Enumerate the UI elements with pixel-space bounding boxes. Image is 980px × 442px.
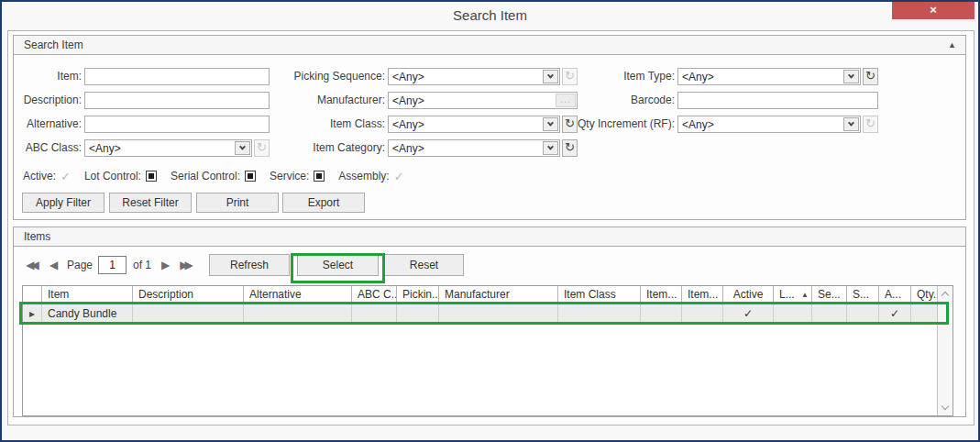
cell-se (812, 304, 847, 324)
field-qty-increment-rf-label: Qty Increment (RF): (571, 116, 675, 133)
content-panel: Search Item ▲ Item:Description:Alternati… (7, 30, 974, 425)
first-page-button[interactable]: ◀◀ (22, 259, 43, 271)
column-header-label: Se... (818, 287, 841, 303)
table-row[interactable]: ▸Candy Bundle✓✓ (23, 304, 952, 325)
checkmark-icon: ✓ (61, 171, 71, 182)
filter-checkbox-row: Active:✓Lot Control:Serial Control:Servi… (23, 170, 404, 182)
select-button[interactable]: Select (297, 254, 379, 276)
column-header-s[interactable]: S... (847, 286, 879, 303)
page-number-input[interactable] (98, 256, 127, 274)
column-header-l[interactable]: L...▲ (774, 286, 812, 303)
column-header-alternative[interactable]: Alternative (244, 286, 352, 303)
chevron-down-icon[interactable] (235, 141, 250, 155)
table-header-row: ItemDescriptionAlternativeABC C...Pickin… (23, 286, 952, 304)
chevron-down-icon[interactable] (843, 117, 859, 131)
vertical-scrollbar[interactable] (937, 286, 952, 415)
field-picking-sequence-combobox[interactable]: <Any> (388, 68, 560, 85)
field-alternative-input[interactable] (84, 116, 270, 133)
scroll-down-icon[interactable] (941, 403, 949, 410)
refresh-icon[interactable]: ↻ (863, 68, 878, 85)
cell-item (641, 304, 682, 324)
next-page-button[interactable]: ▶ (155, 259, 176, 271)
refresh-icon[interactable]: ↻ (562, 139, 578, 157)
chevron-down-icon[interactable] (543, 117, 558, 131)
chevron-down-icon[interactable] (543, 70, 558, 83)
collapse-icon[interactable]: ▲ (948, 36, 956, 55)
field-item-label: Item: (16, 68, 82, 85)
search-group-body: Item:Description:Alternative:ABC Class:<… (14, 55, 965, 218)
items-group-title: Items (24, 230, 50, 243)
column-header-se[interactable]: Se... (812, 286, 847, 303)
field-picking-sequence-label: Picking Sequence: (284, 68, 385, 85)
cell-alternative (244, 304, 352, 324)
column-header-label: ABC C... (358, 287, 397, 303)
field-item-category-combobox[interactable]: <Any> (388, 139, 560, 157)
field-item-class-label: Item Class: (284, 116, 385, 133)
indeterminate-checkbox-icon[interactable] (245, 171, 256, 182)
close-icon: × (930, 3, 937, 17)
cell-active: ✓ (723, 304, 774, 324)
field-item-type-combobox[interactable]: <Any> (677, 68, 861, 85)
column-header-manufacturer[interactable]: Manufacturer (439, 286, 558, 303)
refresh-icon: ↻ (863, 116, 878, 133)
chevron-down-icon[interactable] (843, 70, 859, 83)
search-filter-group: Search Item ▲ Item:Description:Alternati… (13, 35, 966, 220)
field-description-input[interactable] (84, 92, 270, 109)
column-header-item[interactable]: Item... (641, 286, 682, 303)
reset-button[interactable]: Reset (384, 254, 464, 276)
indeterminate-checkbox-icon[interactable] (314, 171, 325, 182)
items-table: ItemDescriptionAlternativeABC C...Pickin… (22, 285, 953, 416)
indeterminate-checkbox-icon[interactable] (146, 171, 157, 182)
field-abc-class: <Any>↻ (84, 139, 270, 157)
last-page-button[interactable]: ▶▶ (176, 259, 197, 271)
column-header-pickin[interactable]: Pickin... (397, 286, 439, 303)
field-item-type-label: Item Type: (571, 68, 675, 85)
search-item-window: Search Item × Search Item ▲ Item:Descrip… (0, 0, 980, 442)
field-qty-increment-rf-combobox[interactable]: <Any> (677, 116, 861, 133)
page-count-label: of 1 (133, 259, 151, 271)
cell-manufacturer (439, 304, 558, 324)
column-header-item[interactable]: Item (42, 286, 133, 303)
field-picking-sequence: <Any>↻ (388, 68, 578, 85)
column-header-row-selector[interactable] (23, 286, 42, 303)
previous-page-button[interactable]: ◀ (43, 259, 64, 271)
items-group-body: ◀◀ ◀ Page of 1 ▶ ▶▶ Refresh Select Reset (14, 247, 965, 415)
cell-item-class (558, 304, 641, 324)
field-manufacturer-input[interactable]: <Any>... (388, 92, 578, 109)
column-header-label: Item... (646, 287, 677, 303)
checkbox-active-label: Active: (23, 170, 56, 182)
field-item-class: <Any>↻ (388, 116, 578, 133)
items-group-header: Items (14, 227, 965, 247)
export-button[interactable]: Export (282, 193, 365, 213)
refresh-button[interactable]: Refresh (209, 254, 290, 276)
close-button[interactable]: × (892, 2, 974, 19)
reset-filter-button[interactable]: Reset Filter (109, 193, 192, 213)
chevron-down-icon[interactable] (543, 141, 558, 155)
column-header-abc-c[interactable]: ABC C... (352, 286, 397, 303)
column-header-a[interactable]: A... (879, 286, 911, 303)
field-item-input[interactable] (84, 68, 270, 85)
scroll-up-icon[interactable] (941, 292, 949, 299)
checkbox-serial-control-label: Serial Control: (171, 170, 240, 182)
field-qty-increment-rf: <Any>↻ (677, 116, 878, 133)
field-description-label: Description: (16, 92, 82, 109)
field-barcode-input[interactable] (677, 92, 878, 109)
field-barcode (677, 92, 878, 109)
column-header-label: Item Class (564, 287, 616, 303)
column-header-qty[interactable]: Qty... (911, 286, 939, 303)
column-header-label: Qty... (917, 287, 939, 303)
column-header-item-class[interactable]: Item Class (558, 286, 641, 303)
field-alternative (84, 116, 270, 133)
pagination-bar: ◀◀ ◀ Page of 1 ▶ ▶▶ (22, 254, 197, 276)
checkbox-lot-control-label: Lot Control: (84, 170, 141, 182)
column-header-description[interactable]: Description (133, 286, 244, 303)
column-header-item[interactable]: Item... (682, 286, 723, 303)
print-button[interactable]: Print (196, 193, 279, 213)
column-header-label: Active (733, 287, 764, 303)
column-header-active[interactable]: Active (723, 286, 774, 303)
field-item-class-combobox[interactable]: <Any> (388, 116, 560, 133)
checkbox-assembly-label: Assembly: (338, 170, 389, 182)
column-header-label: S... (853, 287, 869, 303)
apply-filter-button[interactable]: Apply Filter (22, 193, 105, 213)
field-abc-class-combobox[interactable]: <Any> (84, 139, 252, 157)
